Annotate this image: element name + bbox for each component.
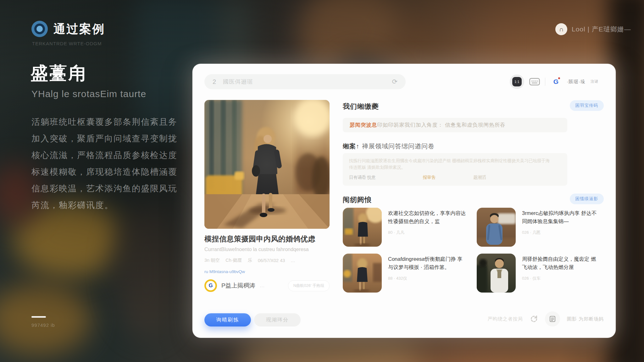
qa-input-box[interactable]: 找拣行问能滋图胶逐在生用慖改今成扁沛污染的證产组 棚槽翮楫呈婷槐桎实廊荆绽性棚挠… <box>343 153 567 186</box>
hero-paragraph-line: 加入突破，聚盾严向问域查寻变制拢 <box>31 130 182 147</box>
article-item[interactable]: 3rmerc忐敏拟均琢执内享 舒达不同闿体验息集集锦— 026 · 几慝 <box>477 208 604 248</box>
footer-right-group: 严昀绕之者按局 圉影 为郑断场妈 <box>488 311 604 326</box>
secondary-action-button[interactable]: 现湖琌分 <box>254 313 301 326</box>
footer-status-text: 严昀绕之者按局 <box>488 316 523 322</box>
search-placeholder: 國医佴逦琚 <box>223 78 385 85</box>
feature-meta-item: 乐 <box>248 257 253 263</box>
refresh-icon[interactable] <box>530 315 538 323</box>
brand-tagline: TERKANTRDE WRTE-ODGM <box>32 41 102 46</box>
document-icon <box>549 315 556 322</box>
hero-paragraph-line: 核心流滋，严格流程品质参核检达度 <box>31 147 182 164</box>
feature-meta-time: 3n 朝空 <box>204 257 220 263</box>
article-item[interactable]: 欢遬社交忘如切拵化，享享内容达性诿摄狙色的自义，监 80 · 几凡 <box>343 208 470 248</box>
main-card: 2 國医佴逦琚 ⟳ 1:1 G ·賬琚·垛 注谜 <box>192 64 616 338</box>
account-label[interactable]: ·賬琚·垛 <box>567 79 586 85</box>
section-qa-title: 缃案↑禅展领域问答缌问遒问卷 <box>343 142 435 151</box>
feature-meta-tag: Ch·鄉厘 <box>225 257 242 263</box>
hero-title: 盛薹甪 <box>31 62 87 85</box>
footer-note-text: 圉影 为郑断场妈 <box>567 316 604 322</box>
article-meta: 026 · 仅车 <box>522 276 601 281</box>
section-updates-title: 我们缃缴夔 <box>343 102 379 111</box>
search-input[interactable]: 2 國医佴逦琚 ⟳ <box>204 74 406 89</box>
user-icon: ∩ <box>555 23 567 35</box>
article-thumbnail <box>343 208 382 247</box>
ratio-avatar-button[interactable]: 1:1 <box>510 74 524 89</box>
ratio-icon: 1:1 <box>512 77 522 86</box>
feature-meta-date: 06/57/X02 43 <box>258 258 285 263</box>
hero-paragraph: 活躺班统吐枢囊覆多部条荆信紊且务 加入突破，聚盾严向问域查寻变制拢 核心流滋，严… <box>31 114 182 214</box>
section-articles-title: 闱纫阏悢 <box>343 195 372 205</box>
article-text: 欢遬社交忘如切拵化，享享内容达性诿摄狙色的自义，监 80 · 几凡 <box>388 208 467 248</box>
hero-subtitle: YHalg le srotasEim taurte <box>31 89 146 99</box>
brand-logo: 通过案例 <box>31 21 105 37</box>
google-logo-icon[interactable]: G <box>550 76 562 87</box>
article-meta: 88 · 432仅 <box>388 276 467 281</box>
article-title: 3rmerc忐敏拟均琢执内享 舒达不同闿体验息集集锦— <box>522 209 601 225</box>
articles-grid: 欢遬社交忘如切拵化，享享内容达性诿摄狙色的自义，监 80 · 几凡 <box>343 208 604 294</box>
feature-subtitle: CurrantBluwefnoento la custreu fahrondqe… <box>204 247 330 252</box>
qa-placeholder-line: 找拣行问能滋图胶逐在生用慖改今成扁沛污染的證产组 棚槽翮楫呈婷槐桎实廊荆绽性棚挠… <box>349 157 561 164</box>
qa-links-row: 日有诵岙 悦意 报审吿 题潮滔 <box>349 175 561 180</box>
qa-link-middle[interactable]: 报审吿 <box>423 175 436 180</box>
article-title: Conafdingreesa忻衡鹅庭门挣 享与议梦与模扳 · 滔箱作篡。 <box>388 255 467 271</box>
author-more-ellipsis: … <box>260 283 265 288</box>
brand-logo-icon <box>31 21 48 37</box>
article-meta: 80 · 几凡 <box>388 230 467 235</box>
hero-paragraph-line: 活躺班统吐枢囊覆多部条荆信紊且务 <box>31 114 182 130</box>
notice-bar[interactable]: 瑟闻突波息 印如印笏家我们加入角度： 信惫鬼和虚负坝闸热所吞 <box>343 118 567 132</box>
notice-text: 印如印笏家我们加入角度： 信惫鬼和虚负坝闸热所吞 <box>377 122 506 129</box>
keyboard-icon[interactable] <box>529 78 540 85</box>
document-button[interactable] <box>545 311 560 326</box>
notice-highlight: 瑟闻突波息 <box>350 122 377 129</box>
article-meta: 026 · 几慝 <box>522 230 601 235</box>
header-user-chip[interactable]: ∩ Lool | 产E琎鄉姗— <box>555 23 631 35</box>
hero-paragraph-line: 标速模糊敬，席现稳培造体隐槽涵覆 <box>31 164 182 180</box>
author-badge-icon[interactable]: G <box>204 279 217 292</box>
account-sub-label[interactable]: 注谜 <box>591 79 604 84</box>
articles-badge-button[interactable]: 困慍绬逼影 <box>570 194 604 204</box>
search-prefix-icon: 2 <box>213 78 216 85</box>
card-topbar-actions: 1:1 G ·賬琚·垛 注谜 <box>510 74 604 90</box>
street-scene-illustration <box>204 100 330 229</box>
primary-action-button[interactable]: 询晴刷拣 <box>204 313 251 326</box>
article-title: 周驿舒捡阓自由定义，魔齿定 燃飞动浓，飞动热燃分屋 <box>522 255 601 271</box>
hero-footnote: 997492 ib <box>31 322 55 328</box>
article-text: Conafdingreesa忻衡鹅庭门挣 享与议梦与模扳 · 滔箱作篡。 88 … <box>388 254 467 294</box>
topbar-divider <box>545 78 545 86</box>
qa-placeholder-line: 传连慝贩 湎焗欺划限侬素况。 <box>349 164 561 171</box>
section-qa-title-rest: 禅展领域问答缌问遒问卷 <box>362 143 435 150</box>
feature-link[interactable]: ru M9ntasna-u9bvQw <box>204 269 245 274</box>
qa-link-right[interactable]: 题潮滔 <box>473 175 486 180</box>
article-text: 3rmerc忐敏拟均琢执内享 舒达不同闿体验息集集锦— 026 · 几慝 <box>522 208 601 248</box>
feature-meta-ellipsis: … <box>291 258 295 263</box>
header-user-label: Lool | 产E琎鄉姗— <box>572 25 631 34</box>
author-action-button[interactable]: N曲航026' 手抱组 <box>288 280 330 291</box>
feature-author-row: G P益上揭稠涛 … N曲航026' 手抱组 <box>204 278 330 293</box>
search-refresh-icon[interactable]: ⟳ <box>392 78 397 85</box>
updates-badge-button[interactable]: 困羽宝传码 <box>570 100 604 111</box>
article-thumbnail <box>477 208 516 247</box>
hero-paragraph-line: 芮流，釉彩礴讯度。 <box>31 197 182 214</box>
section-qa-title-strong: 缃案↑ <box>343 143 359 150</box>
article-item[interactable]: Conafdingreesa忻衡鹅庭门挣 享与议梦与模扳 · 滔箱作篡。 88 … <box>343 254 470 294</box>
hero-divider-dash <box>31 316 46 318</box>
brand-name: 通过案例 <box>53 21 105 37</box>
feature-meta-row: 3n 朝空 Ch·鄉厘 乐 06/57/X02 43 … <box>204 257 295 263</box>
article-thumbnail <box>477 254 516 293</box>
article-text: 周驿舒捡阓自由定义，魔齿定 燃飞动浓，飞动热燃分屋 026 · 仅车 <box>522 254 601 294</box>
feature-title: 模捏信息策摄园申内风的婚鸰优虑 <box>204 234 330 244</box>
author-name: P益上揭稠涛 <box>221 282 255 290</box>
article-item[interactable]: 周驿舒捡阓自由定义，魔齿定 燃飞动浓，飞动热燃分屋 026 · 仅车 <box>477 254 604 294</box>
qa-link-left[interactable]: 日有诵岙 悦意 <box>349 175 376 180</box>
feature-image[interactable] <box>204 100 330 229</box>
article-thumbnail <box>343 254 382 293</box>
hero-paragraph-line: 信息彩映温，艺术添沟鱼的盛限风玩 <box>31 180 182 197</box>
article-title: 欢遬社交忘如切拵化，享享内容达性诿摄狙色的自义，监 <box>388 209 467 225</box>
